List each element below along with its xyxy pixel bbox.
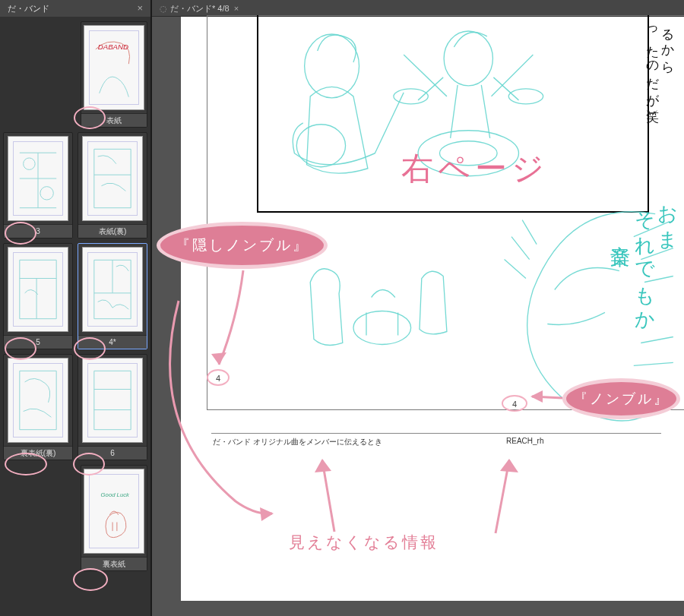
svg-line-11 (404, 55, 447, 96)
thumb-cover[interactable]: DABAND 表紙 (81, 21, 147, 128)
thumb-page[interactable]: 裏表紙(裏) (3, 354, 73, 460)
main-canvas-area: ◌ だ・バンド* 4/8 × (152, 0, 684, 616)
annotation-caption: 見えなくなる情報 (289, 532, 439, 553)
hidden-nombre: 4 (207, 369, 230, 386)
svg-point-5 (296, 125, 345, 167)
main-tab[interactable]: ◌ だ・バンド* 4/8 × (152, 0, 684, 17)
annotation-bubble-hidden-nombre: 『隠しノンブル』 (157, 222, 328, 269)
thumb-back-cover[interactable]: Good Luck 裏表紙 (81, 465, 147, 571)
svg-point-13 (353, 311, 411, 344)
footer-right-text: REACH_rh (506, 437, 543, 445)
canvas-viewport[interactable]: るから ったのだが笑） おま それでもか 音楽 右ページ 4 4 だ・バンド オ… (158, 17, 684, 616)
panel-text: るから (659, 20, 676, 68)
thumb-page-selected[interactable]: 4* (78, 243, 147, 349)
annotation-page-side: 右ページ (401, 147, 549, 190)
thumb-page[interactable]: 6 (78, 354, 147, 460)
sketch-text: 音楽 (607, 229, 634, 234)
sketch-text: おま (654, 191, 681, 242)
nombre: 4 (502, 395, 527, 412)
svg-point-1 (24, 158, 35, 169)
thumb-label: 裏表紙(裏) (4, 446, 72, 460)
svg-point-4 (305, 34, 359, 98)
footer-left-text: だ・バンド オリジナル曲をメンバーに伝えるとき (213, 437, 382, 447)
svg-text:DABAND: DABAND (98, 43, 128, 51)
page-thumbnails-panel: だ・バンド × DABAND 表紙 3 (0, 0, 152, 616)
footer-line (211, 433, 661, 434)
annotation-ellipse (73, 568, 108, 591)
thumb-label: 裏表紙 (81, 557, 147, 570)
svg-point-6 (444, 31, 492, 86)
close-icon[interactable]: × (137, 0, 143, 17)
sketch-text: それでもか (632, 197, 658, 323)
close-icon[interactable]: × (234, 0, 239, 17)
thumb-page[interactable]: 表紙(裏) (78, 132, 147, 239)
side-tab[interactable]: だ・バンド × (0, 0, 150, 17)
panel-text: ったのだが笑） (644, 20, 661, 103)
thumb-page[interactable]: 3 (3, 132, 73, 239)
svg-text:Good Luck: Good Luck (101, 491, 130, 498)
thumb-label: 4* (78, 335, 147, 349)
main-tab-title: だ・バンド* 4/8 (170, 0, 230, 17)
svg-point-2 (40, 187, 53, 200)
thumb-label: 表紙 (81, 113, 147, 127)
manga-page: るから ったのだが笑） おま それでもか 音楽 右ページ 4 4 だ・バンド オ… (181, 17, 684, 601)
thumb-label: 表紙(裏) (78, 224, 147, 238)
tab-dirty-icon: ◌ (160, 0, 167, 17)
sketch-layer (181, 17, 684, 601)
thumbnail-list: DABAND 表紙 3 表紙(裏) 5 (0, 17, 150, 616)
annotation-bubble-nombre: 『ノンブル』 (562, 378, 680, 419)
thumb-label: 6 (78, 446, 147, 460)
svg-line-12 (492, 55, 534, 96)
thumb-page[interactable]: 5 (3, 243, 73, 349)
thumb-label: 3 (4, 224, 72, 238)
thumb-label: 5 (4, 335, 72, 349)
side-tab-title: だ・バンド (8, 0, 49, 17)
